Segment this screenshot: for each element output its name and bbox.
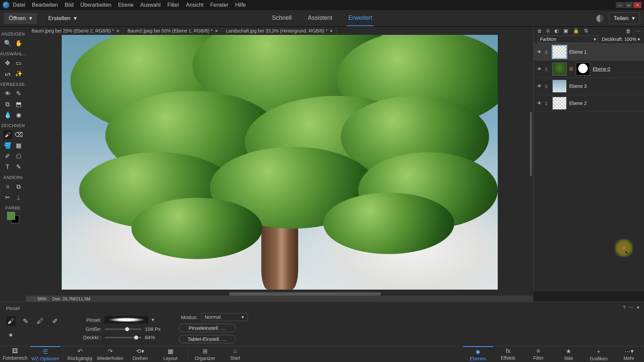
text-tool-icon[interactable]: T <box>3 163 12 171</box>
mode-expert[interactable]: Erweitert <box>347 10 374 26</box>
lock-icon[interactable]: 🔒 <box>573 28 579 34</box>
zoom-level[interactable]: 50% <box>26 296 50 301</box>
panel-menu-icon[interactable]: ⋯ <box>636 28 641 34</box>
document-tab[interactable]: Baum2.jpeg bei 50% (Ebene 1, RGB/8) *✕ <box>124 27 222 35</box>
new-layer-icon[interactable]: 🗎 <box>537 28 542 34</box>
help-icon[interactable]: ? <box>623 305 626 310</box>
layer-name[interactable]: Ebene 1 <box>569 49 587 55</box>
visibility-icon[interactable]: 👁 <box>537 49 542 55</box>
menu-item[interactable]: Bearbeiten <box>32 2 58 8</box>
layer-row[interactable]: 👁 ▯ Ebene 3 <box>534 78 644 95</box>
menu-item[interactable]: Ebene <box>118 2 133 8</box>
close-tab-icon[interactable]: ✕ <box>215 28 218 34</box>
layer-name[interactable]: Ebene 0 <box>593 66 610 72</box>
layer-row[interactable]: 👁 ▯ ⛓ Ebene 0 <box>534 61 644 78</box>
blur-tool-icon[interactable]: 💧 <box>3 111 12 119</box>
brush-variant-icon[interactable]: 🖊 <box>36 316 45 326</box>
blend-mode-select[interactable]: Normal▾ <box>201 313 248 321</box>
layer-name[interactable]: Ebene 3 <box>569 83 587 89</box>
zoom-tool-icon[interactable]: 🔍 <box>3 39 12 48</box>
new-group-icon[interactable]: ⎘ <box>547 28 550 34</box>
taskbar-redo[interactable]: ↷Wiederholen <box>95 346 125 362</box>
taskbar-undo[interactable]: ↶Rückgängig <box>65 346 95 362</box>
layer-thumb[interactable] <box>552 80 567 93</box>
taskbar-layers[interactable]: ◆Ebenen <box>463 346 493 362</box>
shape-tool-icon[interactable]: ⬠ <box>14 152 23 161</box>
opacity-slider[interactable] <box>105 337 142 338</box>
taskbar-tooloptions[interactable]: ☰WZ-Optionen <box>30 346 60 362</box>
minimize-button[interactable]: — <box>616 2 624 8</box>
close-tab-icon[interactable]: ✕ <box>329 28 333 34</box>
taskbar-layout[interactable]: ▦Layout <box>155 346 185 362</box>
mask-icon[interactable]: ▣ <box>564 28 568 34</box>
canvas[interactable] <box>62 35 498 290</box>
recompose-tool-icon[interactable]: ⧉ <box>14 182 23 191</box>
taskbar-effects[interactable]: fxEffekte <box>493 346 523 362</box>
trash-icon[interactable]: 🗑 <box>626 28 631 34</box>
pencil-tool-icon[interactable]: ✎ <box>14 163 23 171</box>
brush-settings-button[interactable]: Pinseleinstell. … <box>179 324 236 332</box>
taskbar-more[interactable]: ⋯▾Mehr <box>614 346 644 362</box>
eraser-tool-icon[interactable]: ⌫ <box>14 130 23 139</box>
close-button[interactable]: ✕ <box>633 2 641 8</box>
visibility-icon[interactable]: 👁 <box>537 83 542 89</box>
theme-toggle-icon[interactable] <box>596 15 604 22</box>
layer-row[interactable]: 👁 ▯ Ebene 1 <box>534 44 644 61</box>
close-tab-icon[interactable]: ✕ <box>116 28 120 34</box>
move-tool-icon[interactable]: ✥ <box>3 59 12 67</box>
document-tab[interactable]: Landschaft.jpg bei 33,3% (Hintergrund, R… <box>223 27 337 35</box>
brush-variant-icon[interactable]: ✐ <box>50 316 60 326</box>
healing-tool-icon[interactable]: ✎ <box>14 89 23 98</box>
marquee-tool-icon[interactable]: ▭ <box>14 59 23 67</box>
color-swatch[interactable] <box>6 212 20 223</box>
opacity-value[interactable]: 84% <box>145 335 155 340</box>
visibility-icon[interactable]: 👁 <box>537 66 542 72</box>
redeye-tool-icon[interactable]: 👁 <box>3 89 12 98</box>
mode-quick[interactable]: Schnell <box>270 10 293 26</box>
clone-tool-icon[interactable]: ⧉ <box>3 100 12 109</box>
brush-variant-icon[interactable]: 🖌 <box>6 316 15 326</box>
vertical-scrollbar[interactable] <box>529 35 533 292</box>
taskbar-home[interactable]: ⌂Start <box>220 346 250 362</box>
size-slider[interactable] <box>105 328 142 330</box>
menu-item[interactable]: Datei <box>13 2 25 8</box>
wand-tool-icon[interactable]: ✨ <box>14 69 23 78</box>
visibility-icon[interactable]: 👁 <box>537 101 542 106</box>
taskbar-organizer[interactable]: ⊞Organizer <box>190 346 220 362</box>
foreground-color-swatch[interactable] <box>7 212 15 220</box>
brush-preset-preview[interactable] <box>105 316 148 323</box>
document-tab[interactable]: Baum.jpeg bei 25% (Ebene 2, RGB/8) *✕ <box>28 27 123 35</box>
straighten-tool-icon[interactable]: ⟂ <box>14 193 23 202</box>
brush-tool-icon[interactable]: 🖌 <box>3 130 12 139</box>
layer-thumb[interactable] <box>552 46 567 58</box>
taskbar-graphics[interactable]: ＋Grafiken <box>584 346 614 362</box>
taskbar-rotate[interactable]: ⟲▾Drehen <box>125 346 155 362</box>
link-icon[interactable]: ⇅ <box>584 28 588 34</box>
lasso-tool-icon[interactable]: ᔕ <box>3 69 12 78</box>
mode-guided[interactable]: Assistent <box>307 10 334 26</box>
taskbar-styles[interactable]: ★Stile <box>553 346 584 362</box>
create-button[interactable]: Erstellen ▾ <box>44 13 82 24</box>
size-value[interactable]: 108 Px <box>145 326 161 332</box>
content-move-tool-icon[interactable]: ✂ <box>3 193 12 202</box>
menu-item[interactable]: Ansicht <box>186 2 203 8</box>
menu-icon[interactable]: ⋯ <box>629 305 634 310</box>
layer-thumb[interactable] <box>552 97 567 110</box>
sponge-tool-icon[interactable]: ◉ <box>14 111 23 119</box>
menu-item[interactable]: Hilfe <box>235 2 246 8</box>
layer-thumb[interactable] <box>552 63 567 75</box>
layer-row[interactable]: 👁 ▯ Ebene 2 <box>534 95 644 112</box>
gradient-tool-icon[interactable]: ▦ <box>14 141 23 150</box>
collapse-icon[interactable]: ▾ <box>637 305 639 310</box>
share-button[interactable]: Teilen ▾ <box>609 12 640 24</box>
bucket-tool-icon[interactable]: 🪣 <box>3 141 12 150</box>
link-icon[interactable]: ⛓ <box>569 67 573 71</box>
stamp-tool-icon[interactable]: ⬒ <box>14 100 23 109</box>
taskbar-filters[interactable]: ≡Filter <box>523 346 553 362</box>
crop-tool-icon[interactable]: ⌗ <box>3 182 12 191</box>
chevron-down-icon[interactable]: ▾ <box>638 37 640 42</box>
brush-variant-icon[interactable]: ✴ <box>6 330 15 340</box>
layer-mask-thumb[interactable] <box>576 63 590 75</box>
opacity-value[interactable]: 100% <box>624 37 636 42</box>
lock-icon[interactable]: ▯ <box>545 67 550 71</box>
